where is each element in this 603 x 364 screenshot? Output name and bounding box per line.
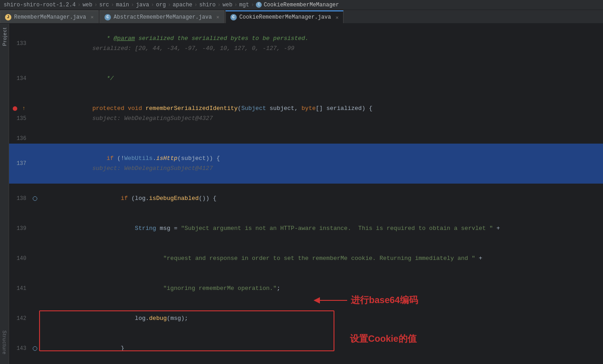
bc-item[interactable]: mgt <box>239 2 249 8</box>
tab-close-icon[interactable]: ✕ <box>216 14 219 20</box>
breadcrumb-bar: shiro-shiro-root-1.2.4 › web › src › mai… <box>0 0 603 10</box>
line-number: 139 <box>9 214 32 244</box>
table-row: 137 if (!WebUtils.isHttp(subject)) { sub… <box>9 144 603 184</box>
table-row: 140 "request and response in order to se… <box>9 244 603 274</box>
gutter <box>32 214 39 244</box>
code-line[interactable]: protected void rememberSerializedIdentit… <box>39 94 603 134</box>
code-line[interactable]: if (!WebUtils.isHttp(subject)) { subject… <box>39 144 603 184</box>
gutter <box>32 304 39 334</box>
line-number: 134 <box>9 64 32 94</box>
code-line[interactable]: */ <box>39 64 603 94</box>
line-number: 142 <box>9 304 32 334</box>
line-number: 133 <box>9 24 32 64</box>
gutter <box>32 134 39 144</box>
table-row: 139 String msg = "Subject argument is no… <box>9 214 603 244</box>
code-line[interactable]: * @param serialized the serialized bytes… <box>39 24 603 64</box>
table-row: 141 "ignoring rememberMe operation."; <box>9 274 603 304</box>
code-line[interactable]: } <box>39 334 603 364</box>
gutter <box>32 24 39 64</box>
line-number: 141 <box>9 274 32 304</box>
tab-bar: J RememberMeManager.java ✕ C AbstractRem… <box>0 10 603 24</box>
bc-active-item: CCookieRememberMeManager <box>256 2 339 8</box>
line-number: 138 <box>9 184 32 214</box>
gutter <box>32 94 39 134</box>
line-number: 140 <box>9 244 32 274</box>
code-table: 133 * @param serialized the serialized b… <box>9 24 603 364</box>
gutter <box>32 64 39 94</box>
table-row: 138 if (log.isDebugEnabled()) { <box>9 184 603 214</box>
bc-item[interactable]: main <box>116 2 129 8</box>
bc-item[interactable]: org <box>156 2 166 8</box>
tab-remember-me-manager[interactable]: J RememberMeManager.java ✕ <box>0 10 99 23</box>
bc-item[interactable]: shiro-shiro-root-1.2.4 <box>4 2 75 8</box>
breakpoint-icon <box>13 106 17 111</box>
debug-arrow-icon: ↑ <box>22 104 25 114</box>
line-number: ↑135 <box>9 94 32 134</box>
line-number: 136 <box>9 134 32 144</box>
code-line[interactable]: String msg = "Subject argument is not an… <box>39 214 603 244</box>
gutter <box>32 334 39 364</box>
bc-item[interactable]: web <box>83 2 93 8</box>
bc-item[interactable]: web <box>223 2 233 8</box>
line-number: 137 <box>9 144 32 184</box>
tab-icon-c2: C <box>230 14 237 20</box>
gutter-icon <box>33 196 37 201</box>
tab-cookie-remember-me[interactable]: C CookieRememberMeManager.java ✕ <box>225 10 344 23</box>
bc-item-apache[interactable]: apache <box>173 2 192 8</box>
project-sidebar: Project Structure <box>0 24 9 364</box>
tab-close-icon[interactable]: ✕ <box>335 15 339 20</box>
gutter <box>32 184 39 214</box>
tab-close-icon[interactable]: ✕ <box>90 14 94 20</box>
code-line[interactable]: "request and response in order to set th… <box>39 244 603 274</box>
table-row: ↑135 protected void rememberSerializedId… <box>9 94 603 134</box>
code-line[interactable]: log.debug(msg); <box>39 304 603 334</box>
gutter <box>32 144 39 184</box>
project-label: Project <box>2 27 7 46</box>
code-line[interactable]: "ignoring rememberMe operation."; <box>39 274 603 304</box>
structure-label: Structure <box>2 330 7 355</box>
tab-label: RememberMeManager.java <box>14 14 86 20</box>
bc-item[interactable]: shiro <box>199 2 216 8</box>
line-number: 143 <box>9 334 32 364</box>
tab-abstract-remember-me[interactable]: C AbstractRememberMeManager.java ✕ <box>100 10 224 23</box>
gutter <box>32 244 39 274</box>
main-layout: Project Structure 133 * @param serialize… <box>0 24 603 364</box>
bc-item[interactable]: java <box>136 2 149 8</box>
table-row: 136 <box>9 134 603 144</box>
bc-item[interactable]: src <box>99 2 109 8</box>
table-row: 143 } <box>9 334 603 364</box>
tab-icon-c1: C <box>105 14 111 20</box>
tab-label: CookieRememberMeManager.java <box>239 14 331 20</box>
table-row: 134 */ <box>9 64 603 94</box>
table-row: 133 * @param serialized the serialized b… <box>9 24 603 64</box>
code-line[interactable] <box>39 134 603 144</box>
table-row: 142 log.debug(msg); <box>9 304 603 334</box>
code-editor[interactable]: 133 * @param serialized the serialized b… <box>9 24 603 364</box>
tab-icon-j: J <box>5 14 11 20</box>
gutter-icon <box>33 346 37 351</box>
code-line[interactable]: if (log.isDebugEnabled()) { <box>39 184 603 214</box>
gutter <box>32 274 39 304</box>
tab-label: AbstractRememberMeManager.java <box>114 14 212 20</box>
